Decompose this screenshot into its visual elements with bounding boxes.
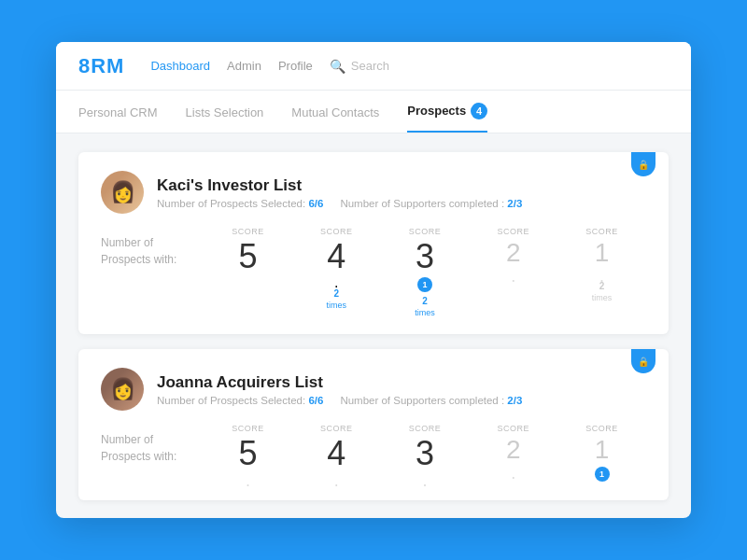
score-label-1: SCORE — [585, 227, 618, 236]
score-col-1: SCORE 1 · 2 times — [557, 227, 646, 317]
dot-sep-1: · — [599, 271, 604, 276]
supporters-val: 2/3 — [507, 198, 522, 209]
card-title-kaci: Kaci's Investor List — [157, 176, 522, 195]
tab-prospects-label: Prospects — [407, 104, 466, 118]
score-col-j4: SCORE 4 · — [292, 424, 381, 483]
score-num-j3: 3 — [416, 437, 434, 470]
score-col-j3: SCORE 3 · — [381, 424, 470, 483]
dot-j2: · — [511, 468, 515, 473]
score-label-j3: SCORE — [409, 424, 442, 433]
dot-j3: · — [422, 475, 427, 481]
times-label-1: times — [592, 293, 613, 302]
scores-label-kaci: Number of Prospects with: — [101, 227, 204, 268]
score-col-4: SCORE 4 · 2 times — [292, 227, 381, 317]
dot-placeholder-5 — [245, 278, 250, 284]
meta-prospects-label: Number of Prospects Selected: 6/6 — [157, 198, 323, 209]
tab-personal-crm[interactable]: Personal CRM — [78, 105, 158, 133]
card-title-block-kaci: Kaci's Investor List Number of Prospects… — [157, 176, 522, 209]
scores-section-kaci: Number of Prospects with: SCORE 5 SCORE … — [101, 227, 646, 317]
scores-label-joanna: Number of Prospects with: — [101, 424, 204, 465]
score-num-j2: 2 — [506, 437, 521, 463]
score-col-j5: SCORE 5 · — [204, 424, 292, 483]
score-num-1: 1 — [595, 240, 610, 266]
meta-prospects-text-j: Number of Prospects Selected: — [157, 395, 305, 406]
prospects-val-j: 6/6 — [308, 395, 323, 406]
score-col-j2: SCORE 2 · — [469, 424, 557, 483]
search-label: Search — [351, 59, 389, 73]
avatar-joanna: 👩 — [101, 368, 144, 411]
score-col-j1: SCORE 1 1 — [557, 424, 646, 483]
card-badge-kaci: 🔒 — [631, 152, 655, 176]
score-label-j4: SCORE — [320, 424, 353, 433]
score-label-j2: SCORE — [498, 424, 530, 433]
scores-section-joanna: Number of Prospects with: SCORE 5 · SCOR… — [101, 424, 646, 483]
card-meta-joanna: Number of Prospects Selected: 6/6 Number… — [157, 395, 522, 406]
tab-mutual-contacts[interactable]: Mutual Contacts — [291, 105, 379, 133]
scores-grid-kaci: SCORE 5 SCORE 4 · 2 times — [204, 227, 646, 317]
dot-num-j1: 1 — [595, 467, 610, 482]
scores-label-line2: Prospects with: — [101, 253, 176, 266]
scores-label-j-line2: Prospects with: — [101, 450, 176, 463]
score-label-2: SCORE — [498, 227, 530, 236]
scores-label-j-line1: Number of — [101, 433, 153, 446]
nav-admin[interactable]: Admin — [227, 59, 261, 73]
score-num-j4: 4 — [327, 437, 345, 470]
score-num-4: 4 — [327, 240, 345, 273]
score-num-3: 3 — [416, 240, 434, 273]
meta-supporters-text-j: Number of Supporters completed : — [340, 395, 504, 406]
score-num-j1: 1 — [595, 437, 610, 463]
dot-j4: · — [334, 475, 339, 481]
score-num-2: 2 — [506, 240, 521, 266]
score-times-3: 2 — [422, 296, 428, 306]
nav-profile[interactable]: Profile — [278, 59, 313, 73]
meta-supporters-label: Number of Supporters completed : 2/3 — [340, 198, 522, 209]
card-header-joanna: 👩 Joanna Acquirers List Number of Prospe… — [101, 368, 646, 411]
card-title-joanna: Joanna Acquirers List — [157, 373, 522, 392]
dot-j5: · — [246, 475, 250, 481]
score-label-3: SCORE — [409, 227, 442, 236]
dot-sep-2: · — [511, 271, 515, 276]
score-col-2: SCORE 2 · — [469, 227, 557, 317]
scores-label-line1: Number of — [101, 236, 153, 249]
content-area: 🔒 👩 Kaci's Investor List Number of Prosp… — [56, 133, 691, 518]
main-window: 8RM Dashboard Admin Profile 🔍 Search Per… — [56, 42, 691, 518]
tabbar: Personal CRM Lists Selection Mutual Cont… — [56, 91, 691, 133]
score-num-5: 5 — [238, 240, 257, 273]
navbar: 8RM Dashboard Admin Profile 🔍 Search — [56, 42, 691, 91]
nav-links: Dashboard Admin Profile — [150, 59, 312, 73]
meta-supporters-text: Number of Supporters completed : — [340, 198, 504, 209]
meta-prospects-label-j: Number of Prospects Selected: 6/6 — [157, 395, 323, 406]
score-times-1: 2 — [599, 281, 605, 291]
times-label-4: times — [326, 301, 346, 310]
prospects-val: 6/6 — [308, 198, 323, 209]
nav-dashboard[interactable]: Dashboard — [150, 59, 210, 73]
dot-sep-4: · — [334, 278, 338, 284]
avatar-kaci: 👩 — [101, 171, 144, 214]
card-kaci: 🔒 👩 Kaci's Investor List Number of Prosp… — [78, 152, 669, 334]
score-col-5: SCORE 5 — [204, 227, 292, 317]
card-badge-joanna: 🔒 — [631, 349, 655, 373]
times-label-3: times — [415, 308, 435, 317]
tab-lists-selection[interactable]: Lists Selection — [186, 105, 264, 133]
lock-icon-joanna: 🔒 — [638, 357, 649, 367]
search-icon: 🔍 — [330, 59, 345, 74]
tab-prospects[interactable]: Prospects4 — [407, 103, 487, 133]
score-label-4: SCORE — [320, 227, 353, 236]
prospects-badge: 4 — [471, 103, 487, 119]
lock-icon: 🔒 — [638, 160, 649, 170]
meta-prospects-text: Number of Prospects Selected: — [157, 198, 305, 209]
score-label-j5: SCORE — [232, 424, 264, 433]
score-num-j5: 5 — [238, 437, 257, 470]
score-col-3: SCORE 3 1 2 times — [381, 227, 470, 317]
app-logo: 8RM — [78, 54, 124, 78]
card-meta-kaci: Number of Prospects Selected: 6/6 Number… — [157, 198, 522, 209]
score-label-5: SCORE — [232, 227, 264, 236]
card-joanna: 🔒 👩 Joanna Acquirers List Number of Pros… — [78, 349, 669, 500]
dot-num-3: 1 — [417, 277, 432, 292]
score-times-4: 2 — [333, 288, 339, 299]
scores-grid-joanna: SCORE 5 · SCORE 4 · SCORE 3 · — [204, 424, 646, 483]
meta-supporters-label-j: Number of Supporters completed : 2/3 — [340, 395, 522, 406]
card-header-kaci: 👩 Kaci's Investor List Number of Prospec… — [101, 171, 646, 214]
search-area[interactable]: 🔍 Search — [330, 59, 389, 74]
score-label-j1: SCORE — [585, 424, 618, 433]
